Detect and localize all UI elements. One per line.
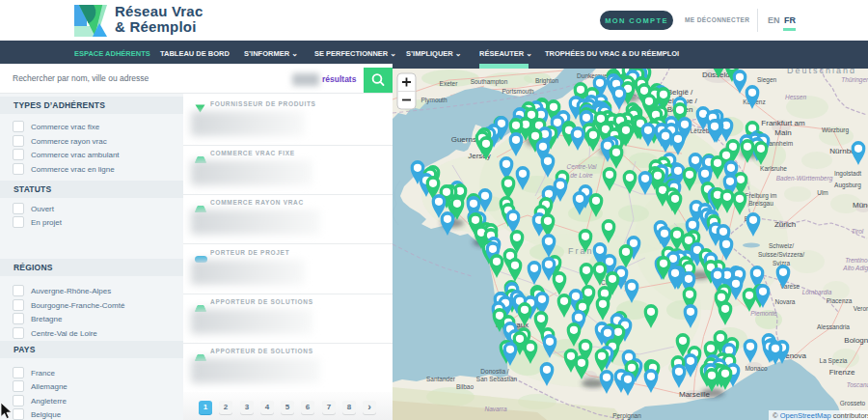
svg-text:Monaco: Monaco	[745, 365, 768, 372]
svg-text:Suisse/Svizzera/: Suisse/Svizzera/	[758, 251, 804, 258]
svg-text:België /: België /	[667, 88, 693, 97]
svg-text:Lombardia: Lombardia	[802, 289, 832, 295]
svg-text:Würzburg: Würzburg	[822, 126, 850, 134]
svg-text:Verona: Verona	[854, 305, 868, 312]
svg-text:Freiburg im: Freiburg im	[746, 192, 777, 200]
svg-text:Southampton: Southampton	[471, 78, 508, 86]
svg-text:Alto Adige: Alto Adige	[842, 265, 868, 272]
svg-text:Alessandria: Alessandria	[817, 323, 850, 330]
svg-text:Hessen: Hessen	[785, 94, 806, 100]
svg-text:Perpignan: Perpignan	[612, 412, 641, 420]
svg-text:Portsmouth: Portsmouth	[502, 88, 534, 95]
svg-text:Ingolstadt: Ingolstadt	[834, 170, 861, 178]
svg-text:Thüringen: Thüringen	[841, 76, 868, 84]
svg-text:Plymouth: Plymouth	[420, 97, 447, 104]
svg-text:Baden-Württemberg: Baden-Württemberg	[776, 175, 833, 182]
svg-text:Donostia /: Donostia /	[480, 368, 508, 375]
svg-text:Ulm: Ulm	[817, 189, 828, 196]
svg-text:Toscana: Toscana	[847, 381, 868, 388]
svg-text:Centre-Val: Centre-Val	[567, 163, 597, 170]
svg-text:La Spezia: La Spezia	[820, 357, 848, 365]
svg-text:de Loire: de Loire	[570, 172, 593, 179]
svg-text:Novara: Novara	[775, 298, 796, 305]
svg-text:Trentino-: Trentino-	[845, 257, 868, 264]
svg-text:Tirol: Tirol	[852, 228, 864, 235]
svg-text:Grosseto: Grosseto	[840, 400, 866, 406]
svg-text:Bologna: Bologna	[844, 336, 868, 345]
svg-text:Siegen: Siegen	[757, 76, 777, 84]
svg-text:Zürich: Zürich	[774, 220, 796, 229]
svg-text:Santander: Santander	[426, 376, 456, 382]
svg-text:Firenze: Firenze	[829, 368, 855, 377]
svg-text:Münch: Münch	[853, 201, 868, 210]
svg-text:Karlsruhe: Karlsruhe	[760, 165, 787, 172]
svg-text:Schweiz/: Schweiz/	[769, 242, 794, 249]
svg-text:Piacenza: Piacenza	[827, 297, 853, 304]
svg-text:Bilbao: Bilbao	[456, 383, 474, 390]
svg-text:Main: Main	[774, 128, 791, 137]
svg-text:Frankfurt am: Frankfurt am	[761, 119, 805, 127]
svg-text:© OpenStreetMap contributors: © OpenStreetMap contributors	[773, 411, 868, 420]
svg-text:Piemonte: Piemonte	[750, 310, 777, 317]
svg-text:Augsburg: Augsburg	[834, 182, 861, 189]
svg-text:Deutschland: Deutschland	[787, 69, 856, 75]
svg-text:Brighton: Brighton	[535, 77, 559, 85]
svg-text:Breisgau: Breisgau	[748, 200, 773, 208]
svg-text:San Sebastián: San Sebastián	[476, 376, 518, 382]
svg-text:Exeter: Exeter	[440, 80, 459, 87]
svg-text:Navarra: Navarra	[484, 406, 507, 412]
